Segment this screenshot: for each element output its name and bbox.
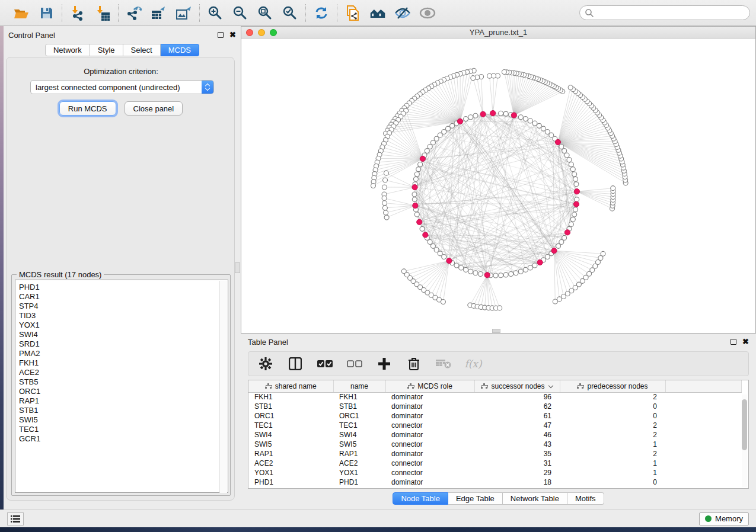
mcds-result-item[interactable]: STP4: [19, 302, 228, 311]
tab-edge-table[interactable]: Edge Table: [448, 492, 503, 505]
mcds-result-group: MCDS result (17 nodes) PHD1CAR1STP4TID3Y…: [11, 274, 231, 496]
search-icon: [585, 8, 594, 18]
col-shared-name[interactable]: shared name: [248, 380, 333, 392]
zoom-out-icon[interactable]: [232, 5, 248, 21]
col-mcds-role[interactable]: MCDS role: [385, 380, 474, 392]
task-history-button[interactable]: [7, 512, 24, 525]
delete-icon[interactable]: [406, 356, 422, 371]
zoom-in-icon[interactable]: [207, 5, 224, 21]
attribute-type-icon: [577, 383, 583, 389]
mcds-result-item[interactable]: SWI5: [19, 415, 228, 425]
table-row[interactable]: FKH1FKH1dominator962: [248, 392, 742, 402]
network-view-window: YPA_prune.txt_1: [241, 26, 756, 334]
close-panel-button[interactable]: Close panel: [125, 101, 183, 116]
memory-button[interactable]: Memory: [699, 512, 749, 525]
horizontal-splitter-grip[interactable]: [492, 329, 500, 333]
col-predecessor-nodes[interactable]: predecessor nodes: [560, 380, 665, 392]
col-name[interactable]: name: [333, 380, 385, 392]
table-row[interactable]: YOX1YOX1connector291: [248, 468, 742, 477]
close-table-panel-icon[interactable]: ✖: [742, 339, 749, 345]
table-row[interactable]: ORC1ORC1dominator610: [248, 411, 742, 421]
import-table-icon[interactable]: [94, 5, 111, 21]
function-builder-icon: f(x): [465, 356, 481, 371]
clone-network-icon[interactable]: [344, 5, 361, 21]
table-scrollbar[interactable]: [742, 395, 747, 487]
control-panel-title: Control Panel: [8, 31, 55, 40]
table-row[interactable]: SWI5SWI5connector431: [248, 440, 742, 449]
mcds-result-item[interactable]: PMA2: [19, 349, 228, 358]
export-image-icon[interactable]: [176, 5, 192, 21]
table-row[interactable]: PHD1PHD1dominator180: [248, 477, 742, 487]
tab-motifs[interactable]: Motifs: [567, 492, 604, 505]
node-table: shared name name MCDS role successor nod…: [248, 380, 749, 489]
mcds-result-item[interactable]: GCR1: [19, 434, 228, 444]
network-canvas[interactable]: [241, 39, 755, 333]
tab-mcds[interactable]: MCDS: [161, 44, 199, 56]
select-all-icon[interactable]: [317, 356, 333, 371]
mcds-result-list[interactable]: PHD1CAR1STP4TID3YOX1SWI4SRD1PMA2FKH1ACE2…: [15, 280, 228, 493]
mcds-result-item[interactable]: STB1: [19, 406, 228, 415]
vertical-splitter-grip[interactable]: [235, 262, 240, 273]
add-column-icon[interactable]: [377, 356, 392, 371]
mcds-result-item[interactable]: ORC1: [19, 387, 228, 396]
open-folder-icon[interactable]: [13, 5, 30, 21]
table-row[interactable]: ACE2ACE2connector311: [248, 459, 742, 468]
tab-network-table[interactable]: Network Table: [503, 492, 567, 505]
tab-select[interactable]: Select: [123, 44, 161, 56]
mcds-result-item[interactable]: PHD1: [19, 283, 228, 292]
hide-selected-icon[interactable]: [394, 5, 411, 21]
attribute-table[interactable]: shared name name MCDS role successor nod…: [248, 380, 742, 487]
control-panel: Control Panel ✖ Network Style Select MCD…: [4, 26, 241, 509]
table-row[interactable]: TEC1TEC1connector472: [248, 421, 742, 430]
col-successor-nodes[interactable]: successor nodes: [474, 380, 560, 392]
mcds-result-item[interactable]: ACE2: [19, 368, 228, 377]
zoom-selected-icon[interactable]: [282, 5, 298, 21]
show-all-icon[interactable]: [419, 5, 436, 21]
mcds-result-item[interactable]: TID3: [19, 311, 228, 321]
gear-icon[interactable]: [258, 356, 273, 371]
table-row[interactable]: SWI4SWI4dominator462: [248, 430, 742, 440]
status-bar: Memory: [0, 509, 756, 527]
mcds-result-item[interactable]: FKH1: [19, 358, 228, 368]
memory-status-icon: [705, 515, 712, 522]
refresh-icon[interactable]: [313, 5, 330, 21]
tab-node-table[interactable]: Node Table: [393, 492, 448, 505]
zoom-fit-icon[interactable]: [257, 5, 273, 21]
criterion-select[interactable]: largest connected component (undirected): [30, 80, 214, 94]
control-panel-tabbar: Network Style Select MCDS: [45, 44, 199, 56]
network-window-titlebar[interactable]: YPA_prune.txt_1: [241, 27, 755, 39]
attribute-type-icon: [481, 383, 487, 389]
tab-style[interactable]: Style: [90, 44, 123, 56]
criterion-selected-value: largest connected component (undirected): [31, 83, 202, 92]
table-row[interactable]: RAP1RAP1dominator352: [248, 449, 742, 459]
network-window-title: YPA_prune.txt_1: [241, 28, 755, 37]
optimization-criterion-label: Optimization criterion:: [7, 67, 235, 76]
close-panel-icon[interactable]: ✖: [229, 32, 236, 38]
list-icon: [11, 515, 20, 523]
table-header-row: shared name name MCDS role successor nod…: [248, 380, 742, 392]
mcds-result-item[interactable]: SRD1: [19, 339, 228, 349]
mcds-result-item[interactable]: RAP1: [19, 396, 228, 406]
table-row[interactable]: STB1STB1dominator620: [248, 402, 742, 411]
export-network-icon[interactable]: [126, 5, 142, 21]
float-panel-icon[interactable]: [218, 32, 224, 38]
float-table-panel-icon[interactable]: [731, 339, 736, 345]
deselect-all-icon[interactable]: [347, 356, 362, 371]
column-pane-icon[interactable]: [288, 356, 303, 371]
search-input[interactable]: [579, 5, 750, 20]
first-neighbors-icon[interactable]: [369, 5, 386, 21]
run-mcds-button[interactable]: Run MCDS: [59, 101, 116, 116]
tab-network[interactable]: Network: [45, 44, 90, 56]
mcds-result-item[interactable]: TEC1: [19, 425, 228, 434]
table-scrollbar-thumb[interactable]: [742, 399, 747, 450]
save-icon[interactable]: [38, 5, 55, 21]
import-network-icon[interactable]: [69, 5, 86, 21]
table-toolbar: f(x): [248, 351, 749, 376]
mcds-list-scrollbar[interactable]: [219, 281, 227, 493]
mcds-result-item[interactable]: SWI4: [19, 330, 228, 339]
export-table-icon[interactable]: [151, 5, 167, 21]
mcds-result-item[interactable]: STB5: [19, 377, 228, 387]
delete-table-icon: [436, 356, 451, 371]
mcds-result-item[interactable]: CAR1: [19, 292, 228, 302]
mcds-result-item[interactable]: YOX1: [19, 321, 228, 330]
